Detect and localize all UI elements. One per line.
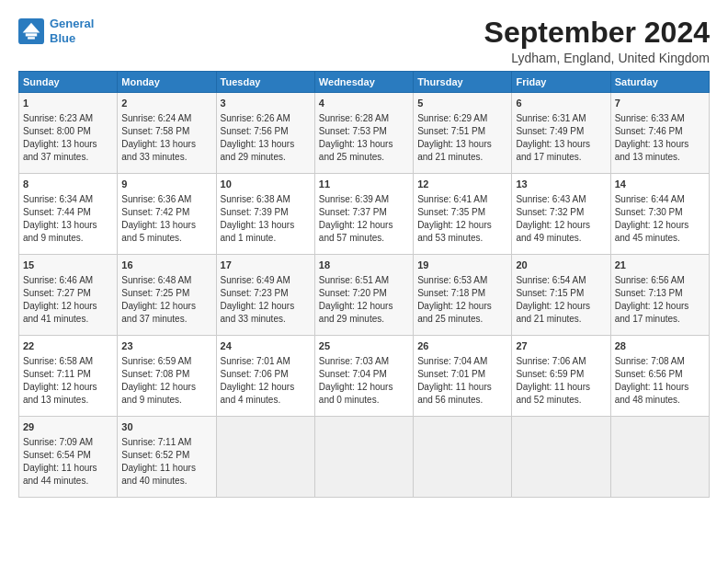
- calendar-cell: 21Sunrise: 6:56 AMSunset: 7:13 PMDayligh…: [610, 255, 709, 336]
- cell-info-line: Sunset: 7:15 PM: [516, 287, 606, 300]
- cell-info-line: and 4 minutes.: [221, 394, 311, 407]
- cell-info-line: Sunrise: 6:39 AM: [319, 193, 409, 206]
- calendar-cell: 8Sunrise: 6:34 AMSunset: 7:44 PMDaylight…: [19, 174, 118, 255]
- day-number: 9: [121, 178, 211, 191]
- cell-info-line: Sunrise: 7:03 AM: [319, 355, 409, 368]
- cell-info-line: Sunset: 7:37 PM: [319, 206, 409, 219]
- cell-info-line: Sunset: 7:51 PM: [417, 125, 507, 138]
- day-number: 6: [516, 97, 606, 110]
- cell-info-line: Sunrise: 6:33 AM: [615, 112, 705, 125]
- calendar-cell: 3Sunrise: 6:26 AMSunset: 7:56 PMDaylight…: [216, 93, 314, 174]
- weekday-sunday: Sunday: [19, 72, 118, 93]
- calendar-cell: [314, 417, 413, 498]
- cell-info-line: Sunrise: 6:49 AM: [221, 274, 311, 287]
- cell-info-line: Daylight: 13 hours: [319, 138, 409, 151]
- day-number: 1: [23, 97, 113, 110]
- calendar-cell: 25Sunrise: 7:03 AMSunset: 7:04 PMDayligh…: [314, 336, 413, 417]
- calendar-cell: 15Sunrise: 6:46 AMSunset: 7:27 PMDayligh…: [19, 255, 118, 336]
- cell-info-line: Sunset: 7:08 PM: [121, 368, 211, 381]
- location: Lydham, England, United Kingdom: [484, 51, 710, 65]
- cell-info-line: Sunset: 6:54 PM: [23, 449, 113, 462]
- cell-info-line: and 13 minutes.: [615, 151, 705, 164]
- calendar-week-4: 22Sunrise: 6:58 AMSunset: 7:11 PMDayligh…: [19, 336, 710, 417]
- day-number: 24: [221, 339, 311, 353]
- cell-info-line: Sunset: 7:44 PM: [23, 206, 113, 219]
- calendar-week-2: 8Sunrise: 6:34 AMSunset: 7:44 PMDaylight…: [19, 174, 710, 255]
- cell-info-line: Sunrise: 6:26 AM: [221, 112, 311, 125]
- cell-info-line: Daylight: 12 hours: [319, 219, 409, 232]
- calendar-cell: 2Sunrise: 6:24 AMSunset: 7:58 PMDaylight…: [118, 93, 216, 174]
- day-number: 18: [319, 259, 409, 272]
- calendar-cell: [512, 417, 610, 498]
- weekday-wednesday: Wednesday: [314, 72, 413, 93]
- calendar-cell: 14Sunrise: 6:44 AMSunset: 7:30 PMDayligh…: [610, 174, 709, 255]
- cell-info-line: and 33 minutes.: [221, 313, 311, 326]
- cell-info-line: Sunset: 7:11 PM: [23, 368, 113, 381]
- calendar-cell: [610, 417, 709, 498]
- cell-info-line: Daylight: 12 hours: [221, 381, 311, 394]
- weekday-header-row: SundayMondayTuesdayWednesdayThursdayFrid…: [19, 72, 710, 93]
- cell-info-line: Sunset: 7:06 PM: [221, 368, 311, 381]
- cell-info-line: and 0 minutes.: [319, 394, 409, 407]
- cell-info-line: Sunrise: 6:41 AM: [417, 193, 507, 206]
- cell-info-line: Sunset: 7:23 PM: [221, 287, 311, 300]
- day-number: 27: [516, 339, 606, 353]
- cell-info-line: Sunrise: 6:53 AM: [417, 274, 507, 287]
- calendar-cell: 26Sunrise: 7:04 AMSunset: 7:01 PMDayligh…: [414, 336, 512, 417]
- cell-info-line: Daylight: 13 hours: [615, 138, 705, 151]
- cell-info-line: and 37 minutes.: [23, 151, 113, 164]
- calendar: SundayMondayTuesdayWednesdayThursdayFrid…: [18, 71, 710, 498]
- calendar-cell: 16Sunrise: 6:48 AMSunset: 7:25 PMDayligh…: [118, 255, 216, 336]
- cell-info-line: and 21 minutes.: [516, 313, 606, 326]
- calendar-header: SundayMondayTuesdayWednesdayThursdayFrid…: [19, 72, 710, 93]
- cell-info-line: Sunset: 7:18 PM: [417, 287, 507, 300]
- weekday-monday: Monday: [118, 72, 216, 93]
- calendar-cell: 5Sunrise: 6:29 AMSunset: 7:51 PMDaylight…: [414, 93, 512, 174]
- cell-info-line: Sunset: 7:42 PM: [121, 206, 211, 219]
- day-number: 4: [319, 97, 409, 110]
- cell-info-line: and 17 minutes.: [615, 313, 705, 326]
- cell-info-line: Sunrise: 6:59 AM: [121, 355, 211, 368]
- cell-info-line: Sunset: 7:20 PM: [319, 287, 409, 300]
- cell-info-line: and 9 minutes.: [23, 232, 113, 245]
- day-number: 12: [417, 178, 507, 191]
- day-number: 19: [417, 259, 507, 272]
- calendar-cell: [414, 417, 512, 498]
- cell-info-line: Daylight: 12 hours: [516, 300, 606, 313]
- cell-info-line: Sunrise: 7:09 AM: [23, 436, 113, 449]
- calendar-cell: 7Sunrise: 6:33 AMSunset: 7:46 PMDaylight…: [610, 93, 709, 174]
- weekday-thursday: Thursday: [414, 72, 512, 93]
- cell-info-line: Sunset: 7:49 PM: [516, 125, 606, 138]
- cell-info-line: Sunset: 7:58 PM: [121, 125, 211, 138]
- cell-info-line: Sunrise: 7:04 AM: [417, 355, 507, 368]
- weekday-tuesday: Tuesday: [216, 72, 314, 93]
- cell-info-line: Sunset: 7:04 PM: [319, 368, 409, 381]
- calendar-cell: 22Sunrise: 6:58 AMSunset: 7:11 PMDayligh…: [19, 336, 118, 417]
- cell-info-line: Daylight: 12 hours: [23, 381, 113, 394]
- cell-info-line: Sunset: 7:56 PM: [221, 125, 311, 138]
- cell-info-line: and 29 minutes.: [319, 313, 409, 326]
- day-number: 21: [615, 259, 705, 272]
- cell-info-line: Daylight: 13 hours: [516, 138, 606, 151]
- logo-text: General Blue: [50, 17, 94, 45]
- cell-info-line: Sunset: 7:01 PM: [417, 368, 507, 381]
- cell-info-line: Sunset: 7:46 PM: [615, 125, 705, 138]
- cell-info-line: Sunset: 8:00 PM: [23, 125, 113, 138]
- cell-info-line: Sunrise: 6:51 AM: [319, 274, 409, 287]
- cell-info-line: Sunrise: 6:34 AM: [23, 193, 113, 206]
- cell-info-line: and 48 minutes.: [615, 394, 705, 407]
- day-number: 20: [516, 259, 606, 272]
- cell-info-line: Daylight: 11 hours: [615, 381, 705, 394]
- cell-info-line: Daylight: 13 hours: [221, 138, 311, 151]
- calendar-week-1: 1Sunrise: 6:23 AMSunset: 8:00 PMDaylight…: [19, 93, 710, 174]
- cell-info-line: and 21 minutes.: [417, 151, 507, 164]
- day-number: 28: [615, 339, 705, 353]
- cell-info-line: Daylight: 12 hours: [615, 300, 705, 313]
- calendar-body: 1Sunrise: 6:23 AMSunset: 8:00 PMDaylight…: [19, 93, 710, 498]
- calendar-cell: 30Sunrise: 7:11 AMSunset: 6:52 PMDayligh…: [118, 417, 216, 498]
- cell-info-line: Sunset: 7:27 PM: [23, 287, 113, 300]
- cell-info-line: and 57 minutes.: [319, 232, 409, 245]
- cell-info-line: Sunrise: 6:43 AM: [516, 193, 606, 206]
- cell-info-line: Sunset: 7:53 PM: [319, 125, 409, 138]
- cell-info-line: Daylight: 13 hours: [221, 219, 311, 232]
